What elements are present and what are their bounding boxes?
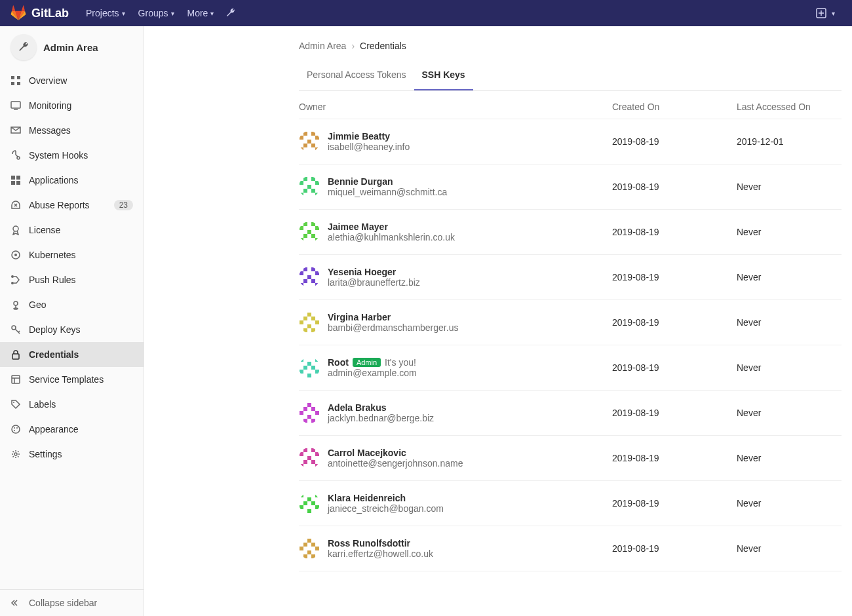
svg-rect-1 <box>11 76 14 79</box>
svg-rect-130 <box>311 543 315 547</box>
owner-name[interactable]: Root <box>328 357 349 368</box>
svg-rect-62 <box>311 267 315 271</box>
svg-rect-61 <box>303 267 307 271</box>
owner-cell: Root AdminIt's you! admin@example.com <box>299 357 612 378</box>
owner-email[interactable]: antoinette@sengerjohnson.name <box>328 458 463 469</box>
svg-rect-134 <box>307 550 311 554</box>
svg-rect-40 <box>311 177 315 181</box>
svg-rect-56 <box>303 234 307 238</box>
owner-email[interactable]: janiece_streich@bogan.com <box>328 503 444 514</box>
sidebar-item-label: License <box>29 225 60 235</box>
key-icon <box>10 324 21 335</box>
owner-name[interactable]: Virgina Harber <box>328 312 391 322</box>
sidebar-item-deploy-keys[interactable]: Deploy Keys <box>0 317 144 342</box>
svg-rect-19 <box>12 354 19 359</box>
svg-rect-42 <box>315 181 319 185</box>
svg-rect-31 <box>315 136 319 140</box>
sidebar-item-labels[interactable]: Labels <box>0 392 144 417</box>
admin-wrench-icon[interactable] <box>225 8 236 18</box>
owner-email[interactable]: isabell@heaney.info <box>328 142 410 152</box>
sidebar: Admin Area OverviewMonitoringMessagesSys… <box>0 26 144 616</box>
owner-email[interactable]: karri.effertz@howell.co.uk <box>328 549 433 559</box>
owner-email[interactable]: jacklyn.bednar@berge.biz <box>328 413 434 423</box>
svg-rect-30 <box>300 136 303 140</box>
owner-email[interactable]: admin@example.com <box>328 368 417 378</box>
owner-cell: Carrol Macejkovic antoinette@sengerjohns… <box>299 448 612 469</box>
svg-rect-35 <box>311 144 315 147</box>
svg-rect-2 <box>17 76 20 79</box>
sidebar-item-system-hooks[interactable]: System Hooks <box>0 143 144 168</box>
owner-name[interactable]: Adela Brakus <box>328 402 386 413</box>
svg-rect-87 <box>303 366 307 370</box>
new-dropdown[interactable]: ▾ <box>809 0 842 26</box>
owner-name[interactable]: Jimmie Beatty <box>328 131 390 142</box>
tab-ssh-keys[interactable]: SSH Keys <box>414 60 473 90</box>
owner-cell: Klara Heidenreich janiece_streich@bogan.… <box>299 493 612 514</box>
table-header-row: Owner Created On Last Accessed On <box>299 91 842 119</box>
svg-point-24 <box>16 427 18 429</box>
svg-point-6 <box>17 157 20 159</box>
svg-rect-59 <box>315 238 319 242</box>
owner-email[interactable]: bambi@erdmanschamberger.us <box>328 322 458 333</box>
sidebar-item-license[interactable]: License <box>0 218 144 242</box>
badge: 23 <box>114 200 133 210</box>
svg-rect-46 <box>311 189 315 193</box>
sidebar-item-geo[interactable]: Geo <box>0 292 144 317</box>
svg-rect-106 <box>311 448 315 452</box>
breadcrumb-root[interactable]: Admin Area <box>299 41 346 51</box>
sidebar-item-overview[interactable]: Overview <box>0 68 144 93</box>
last-accessed: Never <box>737 362 842 373</box>
collapse-sidebar[interactable]: Collapse sidebar <box>0 589 144 616</box>
sidebar-item-abuse-reports[interactable]: Abuse Reports23 <box>0 193 144 218</box>
sidebar-item-applications[interactable]: Applications <box>0 168 144 193</box>
sidebar-item-push-rules[interactable]: Push Rules <box>0 267 144 292</box>
kubernetes-icon <box>10 250 21 260</box>
owner-name[interactable]: Klara Heidenreich <box>328 493 406 503</box>
tab-personal-access-tokens[interactable]: Personal Access Tokens <box>299 60 414 90</box>
svg-rect-53 <box>315 226 319 230</box>
svg-rect-8 <box>16 176 20 180</box>
breadcrumb: Admin Area › Credentials <box>299 37 842 60</box>
owner-email[interactable]: larita@brauneffertz.biz <box>328 277 420 288</box>
created-on: 2019-08-19 <box>612 227 737 237</box>
sidebar-item-service-templates[interactable]: Service Templates <box>0 367 144 392</box>
owner-name[interactable]: Carrol Macejkovic <box>328 448 406 458</box>
sidebar-item-monitoring[interactable]: Monitoring <box>0 93 144 118</box>
owner-name[interactable]: Jaimee Mayer <box>328 221 388 232</box>
svg-rect-66 <box>307 275 311 279</box>
sidebar-header[interactable]: Admin Area <box>0 26 144 68</box>
labels-icon <box>10 399 21 410</box>
svg-rect-58 <box>300 238 303 242</box>
sidebar-item-kubernetes[interactable]: Kubernetes <box>0 242 144 267</box>
owner-name[interactable]: Yesenia Hoeger <box>328 267 396 277</box>
owner-name[interactable]: Ross Runolfsdottir <box>328 538 410 549</box>
sidebar-item-label: Credentials <box>29 349 79 360</box>
svg-rect-131 <box>300 547 303 550</box>
sidebar-item-label: Geo <box>29 299 46 310</box>
nav-projects[interactable]: Projects▾ <box>79 0 132 26</box>
avatar <box>299 267 320 288</box>
nav-more[interactable]: More▾ <box>181 0 221 26</box>
sidebar-item-settings[interactable]: Settings <box>0 442 144 467</box>
sidebar-item-appearance[interactable]: Appearance <box>0 417 144 442</box>
owner-name[interactable]: Bennie Durgan <box>328 176 393 187</box>
chevron-down-icon: ▾ <box>171 10 174 17</box>
brand-text: GitLab <box>31 7 69 20</box>
svg-rect-5 <box>11 102 20 108</box>
sidebar-item-credentials[interactable]: Credentials <box>0 342 144 367</box>
svg-point-23 <box>14 427 15 429</box>
svg-rect-55 <box>307 230 311 234</box>
brand-logo[interactable]: GitLab <box>10 5 69 21</box>
svg-rect-136 <box>311 554 315 558</box>
svg-rect-70 <box>315 283 319 287</box>
owner-cell: Bennie Durgan miquel_weimann@schmitt.ca <box>299 176 612 197</box>
sidebar-item-label: Messages <box>29 125 71 136</box>
owner-email[interactable]: alethia@kuhlmankshlerin.co.uk <box>328 232 455 242</box>
svg-rect-108 <box>315 452 319 456</box>
nav-groups[interactable]: Groups▾ <box>132 0 181 26</box>
sidebar-item-messages[interactable]: Messages <box>0 118 144 143</box>
svg-rect-47 <box>300 193 303 197</box>
owner-email[interactable]: miquel_weimann@schmitt.ca <box>328 187 447 197</box>
svg-point-15 <box>11 282 14 284</box>
sidebar-item-label: Push Rules <box>29 275 76 285</box>
